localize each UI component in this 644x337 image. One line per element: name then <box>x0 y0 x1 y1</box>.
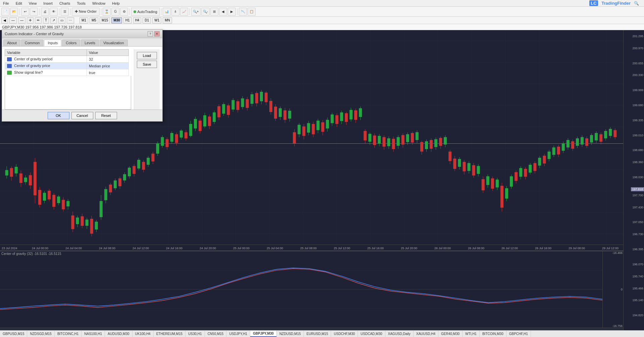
cancel-button[interactable]: Cancel <box>71 112 93 119</box>
ok-button[interactable]: OK <box>48 112 69 119</box>
zoom-in-btn[interactable]: 🔍+ <box>191 8 201 16</box>
dialog-close-btn[interactable]: ✕ <box>154 31 160 37</box>
tab-us30-h1[interactable]: US30,H1 <box>185 331 205 337</box>
indicator-scale: -16.466 0 -16.756 <box>602 251 623 328</box>
load-button[interactable]: Load <box>137 52 157 59</box>
tf-line-tool[interactable]: — <box>9 17 17 23</box>
tf-text[interactable]: T <box>43 17 49 23</box>
tf-pencil[interactable]: ✏ <box>35 17 42 23</box>
indicator-dialog[interactable]: Custom Indicator - Center of Gravity ? ✕… <box>2 29 163 122</box>
dialog-tab-common[interactable]: Common <box>21 40 44 46</box>
indicator-panel[interactable]: Center of gravity (32) -16.5101 -16.5115 <box>0 251 602 328</box>
line-chart-btn[interactable]: 📈 <box>180 8 188 16</box>
svg-rect-111 <box>194 119 197 128</box>
reset-button[interactable]: Reset <box>95 112 117 119</box>
tf-rectangle[interactable]: ▭ <box>58 17 65 23</box>
print-btn[interactable]: 🖨 <box>41 8 49 16</box>
new-order-btn[interactable]: ✚ New Order <box>72 8 100 16</box>
svg-rect-155 <box>298 125 301 134</box>
tf-arrow-left[interactable]: ◀ <box>1 17 8 23</box>
tf-more[interactable]: ⋯ <box>67 17 74 23</box>
global-var-btn[interactable]: G <box>111 8 119 16</box>
tab-xagusd-daily[interactable]: XAGUSD,Daily <box>385 331 414 337</box>
tab-usdcad-m30[interactable]: USDCAD,M30 <box>358 331 385 337</box>
chart-scrollbar[interactable] <box>0 328 623 330</box>
candle-chart-btn[interactable]: 🕯 <box>171 8 179 16</box>
tab-ger40-m30[interactable]: GER40,M30 <box>438 331 463 337</box>
indicators-btn[interactable]: 📉 <box>239 8 247 16</box>
menu-view[interactable]: View <box>28 1 38 5</box>
scroll-right-btn[interactable]: ▶ <box>228 8 236 16</box>
tf-hline-tool[interactable]: — <box>18 17 25 23</box>
tf-m1[interactable]: M1 <box>79 17 88 23</box>
undo-btn[interactable]: ↩ <box>21 8 29 16</box>
table-row[interactable]: Center of gravity price Median price <box>5 63 129 69</box>
tf-arrow[interactable]: ↗ <box>50 17 57 23</box>
new-chart-btn[interactable]: 📄 <box>1 8 9 16</box>
history-center-btn[interactable]: ⌛ <box>103 8 111 16</box>
tab-xauusd-h4[interactable]: XAUUSD,H4 <box>414 331 438 337</box>
save-button[interactable]: Save <box>137 61 157 68</box>
dialog-tab-colors[interactable]: Colors <box>62 40 80 46</box>
menu-charts[interactable]: Charts <box>58 1 71 5</box>
table-row[interactable]: Show signal line? true <box>5 69 129 76</box>
templates-btn[interactable]: 📋 <box>248 8 256 16</box>
tf-m30[interactable]: M30 <box>111 17 122 23</box>
print-prev-btn[interactable]: 👁 <box>50 8 58 16</box>
menu-help[interactable]: Help <box>111 1 121 5</box>
svg-rect-203 <box>411 133 414 142</box>
auto-trading-btn[interactable]: AutoTrading <box>131 8 160 16</box>
tab-usdjpy-h1[interactable]: USDJPY,H1 <box>226 331 250 337</box>
tab-ethereum-m15[interactable]: ETHEREUM,M15 <box>154 331 185 337</box>
tab-bitcoin-m30[interactable]: BITCOIN,M30 <box>480 331 506 337</box>
dialog-help-btn[interactable]: ? <box>148 31 153 37</box>
svg-rect-177 <box>350 110 352 119</box>
tab-gbpjpy-m30[interactable]: GBPJPY,M30 <box>250 331 277 337</box>
scroll-left-btn[interactable]: ◀ <box>219 8 227 16</box>
tf-mn[interactable]: MN <box>163 17 172 23</box>
tf-m5[interactable]: M5 <box>90 17 98 23</box>
menu-tools[interactable]: Tools <box>75 1 87 5</box>
profiles-btn[interactable]: ☰ <box>61 8 69 16</box>
tab-uk100-h4[interactable]: UK100,H4 <box>132 331 154 337</box>
menu-window[interactable]: Window <box>91 1 107 5</box>
tab-wti-h1[interactable]: WTI,H1 <box>463 331 480 337</box>
row-value-3[interactable]: true <box>87 69 129 76</box>
tab-audusd-m30[interactable]: AUDUSD,M30 <box>105 331 132 337</box>
tf-h4[interactable]: H4 <box>133 17 142 23</box>
row-value-1[interactable]: 32 <box>87 56 129 63</box>
search-icon[interactable]: 🔍 <box>634 1 639 6</box>
dialog-titlebar[interactable]: Custom Indicator - Center of Gravity ? ✕ <box>2 30 162 38</box>
tab-gbpchf-h1[interactable]: GBPCHF,H1 <box>506 331 531 337</box>
fit-btn[interactable]: ⊞ <box>210 8 218 16</box>
menu-edit[interactable]: Edit <box>14 1 23 5</box>
dialog-tab-levels[interactable]: Levels <box>81 40 99 46</box>
tf-w1[interactable]: W1 <box>152 17 161 23</box>
redo-btn[interactable]: ↪ <box>30 8 38 16</box>
tab-nas100-h1[interactable]: NAS100,H1 <box>82 331 105 337</box>
tab-cn50-m15[interactable]: CN50,M15 <box>205 331 227 337</box>
tab-gbpusd-m15[interactable]: GBPUSD,M15 <box>0 331 27 337</box>
row-value-2[interactable]: Median price <box>87 63 129 69</box>
menu-insert[interactable]: Insert <box>42 1 54 5</box>
tab-bitcoin-h1[interactable]: BITCOINC,H1 <box>55 331 82 337</box>
tf-m15[interactable]: M15 <box>100 17 110 23</box>
tf-crosshair[interactable]: ✛ <box>27 17 34 23</box>
dialog-tab-inputs[interactable]: Inputs <box>44 40 61 46</box>
dialog-tab-about[interactable]: About <box>3 40 20 46</box>
open-btn[interactable]: 📂 <box>10 8 18 16</box>
tab-nzdusd-m15[interactable]: NZDUSD,M15 <box>277 331 304 337</box>
tf-h1[interactable]: H1 <box>123 17 132 23</box>
table-row[interactable]: Center of gravity period 32 <box>5 56 129 63</box>
tab-eurusd-m15[interactable]: EURUSD,M15 <box>304 331 331 337</box>
tab-usdchf-m30[interactable]: USDCHF,M30 <box>331 331 358 337</box>
zoom-out-btn[interactable]: 🔍- <box>201 8 210 16</box>
svg-rect-161 <box>312 124 315 134</box>
dialog-footer: OK Cancel Reset <box>2 110 162 121</box>
options-btn[interactable]: ⚙ <box>120 8 128 16</box>
menu-file[interactable]: File <box>2 1 10 5</box>
tf-d1[interactable]: D1 <box>143 17 151 23</box>
bar-chart-btn[interactable]: 📊 <box>163 8 171 16</box>
dialog-tab-visualization[interactable]: Visualization <box>100 40 128 46</box>
tab-nzdsgd-m15[interactable]: NZDSGD,M15 <box>27 331 54 337</box>
